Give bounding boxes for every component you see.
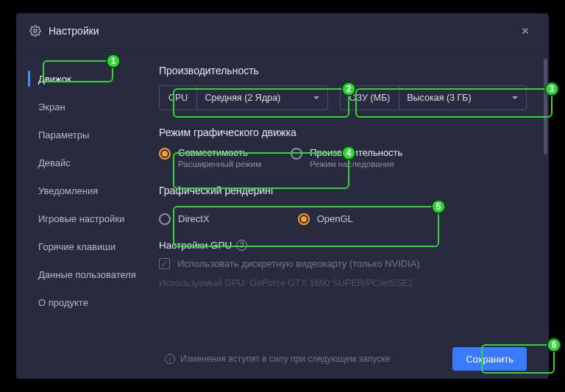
- annotation-badge-2: 2: [341, 82, 356, 96]
- gear-icon: [29, 25, 41, 37]
- sidebar-item-notifications[interactable]: Уведомления: [16, 177, 146, 204]
- restart-note: i Изменения вступят в силу при следующем…: [165, 354, 452, 364]
- sidebar-item-about[interactable]: О продукте: [16, 288, 146, 316]
- sidebar-item-screen[interactable]: Экран: [16, 93, 146, 121]
- ram-dropdown[interactable]: ОЗУ (МБ) Высокая (3 ГБ): [340, 85, 527, 110]
- annotation-badge-4: 4: [341, 146, 356, 160]
- sidebar: Движок Экран Параметры Девайс Уведомлени…: [16, 49, 146, 379]
- sidebar-item-label: Параметры: [38, 129, 89, 140]
- sidebar-item-label: Горячие клавиши: [38, 241, 116, 252]
- section-title-render: Графический рендеринг: [159, 185, 527, 196]
- scrollbar-thumb[interactable]: [544, 59, 547, 154]
- radio-label: Производительность: [310, 147, 402, 158]
- section-title-gpu: Настройки GPU ?: [159, 240, 527, 251]
- settings-window: Настройки Движок Экран Параметры Девайс …: [16, 13, 549, 379]
- radio-icon: [298, 213, 310, 225]
- sidebar-item-label: О продукте: [38, 297, 88, 308]
- footer: i Изменения вступят в силу при следующем…: [146, 339, 549, 379]
- radio-label: OpenGL: [317, 213, 353, 224]
- sidebar-item-label: Уведомления: [38, 185, 98, 196]
- section-title-engine-mode: Режим графического движка: [159, 126, 527, 138]
- sidebar-item-engine[interactable]: Движок: [16, 65, 146, 93]
- section-title-performance: Производительность: [159, 65, 527, 76]
- checkbox-label: Использовать дискретную видеокарту (толь…: [177, 258, 420, 269]
- sidebar-item-game-settings[interactable]: Игровые настройки: [16, 204, 146, 232]
- gpu-discrete-checkbox[interactable]: ✓ Использовать дискретную видеокарту (то…: [159, 258, 527, 269]
- sidebar-item-label: Данные пользователя: [38, 269, 136, 280]
- chevron-down-icon: [305, 93, 327, 104]
- radio-icon: [291, 148, 302, 160]
- radio-icon: [159, 148, 171, 160]
- sidebar-item-label: Экран: [38, 101, 65, 113]
- ram-value: Высокая (3 ГБ): [399, 93, 504, 103]
- close-button[interactable]: [515, 21, 536, 41]
- radio-icon: [159, 213, 171, 225]
- engine-mode-compat[interactable]: Совместимость Расширенный режим: [159, 147, 261, 168]
- radio-label: DirectX: [178, 213, 210, 224]
- annotation-badge-1: 1: [106, 54, 121, 68]
- annotation-badge-5: 5: [431, 199, 446, 214]
- window-title: Настройки: [49, 25, 515, 37]
- annotation-badge-3: 3: [544, 82, 559, 96]
- cpu-value: Средняя (2 Ядра): [197, 93, 305, 103]
- sidebar-item-params[interactable]: Параметры: [16, 121, 146, 149]
- gpu-used-label: Используемый GPU: GeForce GTX 1660 SUPER…: [159, 278, 527, 288]
- sidebar-item-userdata[interactable]: Данные пользователя: [16, 260, 146, 288]
- sidebar-item-label: Девайс: [38, 157, 71, 168]
- cpu-label: CPU: [160, 86, 197, 110]
- render-directx[interactable]: DirectX: [159, 213, 210, 225]
- sidebar-item-label: Движок: [38, 74, 71, 85]
- save-button[interactable]: Сохранить: [452, 347, 527, 371]
- info-icon: i: [165, 354, 175, 364]
- svg-point-0: [34, 29, 37, 32]
- radio-sublabel: Расширенный режим: [178, 160, 261, 168]
- render-opengl[interactable]: OpenGL: [298, 213, 353, 225]
- radio-label: Совместимость: [178, 147, 261, 158]
- chevron-down-icon: [504, 93, 526, 104]
- help-icon[interactable]: ?: [236, 240, 247, 251]
- cpu-dropdown[interactable]: CPU Средняя (2 Ядра): [159, 85, 328, 110]
- sidebar-item-hotkeys[interactable]: Горячие клавиши: [16, 232, 146, 260]
- window-header: Настройки: [16, 13, 549, 49]
- sidebar-item-device[interactable]: Девайс: [16, 149, 146, 177]
- sidebar-item-label: Игровые настройки: [38, 213, 124, 224]
- annotation-badge-6: 6: [547, 338, 561, 352]
- radio-sublabel: Режим наследования: [310, 160, 402, 168]
- content-pane: Производительность CPU Средняя (2 Ядра) …: [146, 49, 549, 379]
- checkbox-icon: ✓: [159, 258, 170, 269]
